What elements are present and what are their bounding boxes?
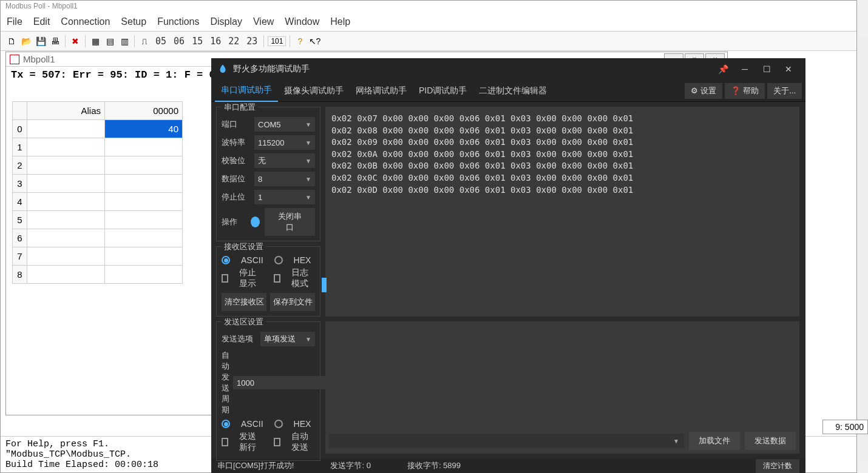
table-row[interactable]: 1 xyxy=(13,138,183,156)
receive-area[interactable]: 0x02 0x07 0x00 0x00 0x00 0x06 0x01 0x03 … xyxy=(325,107,799,317)
menu-help[interactable]: Help xyxy=(330,16,350,27)
alias-cell[interactable] xyxy=(27,120,105,138)
table-row[interactable]: 2 xyxy=(13,156,183,175)
help-icon[interactable]: ? xyxy=(294,35,306,47)
func-05[interactable]: 05 xyxy=(153,36,169,47)
menu-edit[interactable]: Edit xyxy=(33,16,50,27)
row-header[interactable]: 1 xyxy=(13,138,27,156)
func-06[interactable]: 06 xyxy=(171,36,187,47)
pin-icon[interactable]: 📌 xyxy=(712,60,734,78)
alias-cell[interactable] xyxy=(27,266,105,284)
list-icon[interactable]: ▥ xyxy=(118,35,131,47)
table-row[interactable]: 4 xyxy=(13,193,183,211)
alias-cell[interactable] xyxy=(27,156,105,175)
collapse-handle-icon[interactable] xyxy=(322,278,327,292)
value-cell[interactable] xyxy=(105,138,183,156)
tab-network[interactable]: 网络调试助手 xyxy=(350,81,413,101)
tab-camera[interactable]: 摄像头调试助手 xyxy=(278,81,350,101)
menu-display[interactable]: Display xyxy=(211,16,242,27)
value-cell[interactable] xyxy=(105,211,183,229)
send-input[interactable] xyxy=(325,321,799,428)
new-icon[interactable]: 🗋 xyxy=(5,35,18,47)
stopbits-select[interactable]: 1▼ xyxy=(254,190,315,204)
send-ascii-radio[interactable] xyxy=(222,420,230,428)
log-checkbox[interactable] xyxy=(274,274,280,283)
save-icon[interactable]: 💾 xyxy=(35,35,47,47)
clear-count-button[interactable]: 清空计数 xyxy=(756,459,799,473)
value-cell[interactable] xyxy=(105,156,183,175)
open-icon[interactable]: 📂 xyxy=(20,35,32,47)
value-cell[interactable] xyxy=(105,266,183,284)
menu-view[interactable]: View xyxy=(253,16,274,27)
menu-file[interactable]: File xyxy=(7,16,22,27)
value-cell[interactable] xyxy=(105,247,183,266)
menu-setup[interactable]: Setup xyxy=(121,16,146,27)
row-header[interactable]: 0 xyxy=(13,120,27,138)
alias-cell[interactable] xyxy=(27,211,105,229)
close-port-button[interactable]: 关闭串口 xyxy=(265,208,315,236)
maximize-icon[interactable]: ☐ xyxy=(756,60,778,78)
row-header[interactable]: 3 xyxy=(13,175,27,193)
value-cell[interactable] xyxy=(105,193,183,211)
alias-cell[interactable] xyxy=(27,175,105,193)
load-file-button[interactable]: 加载文件 xyxy=(689,432,740,450)
send-history-dropdown[interactable]: ▼ xyxy=(329,434,684,448)
menu-connection[interactable]: Connection xyxy=(61,16,110,27)
value-header[interactable]: 00000 xyxy=(105,102,183,120)
table-row[interactable]: 6 xyxy=(13,229,183,247)
recv-ascii-radio[interactable] xyxy=(222,256,230,264)
tab-binary[interactable]: 二进制文件编辑器 xyxy=(473,81,553,101)
baud-select[interactable]: 115200▼ xyxy=(254,135,315,150)
send-data-button[interactable]: 发送数据 xyxy=(745,432,796,450)
table-row[interactable]: 3 xyxy=(13,175,183,193)
print-icon[interactable]: 🖶 xyxy=(49,35,61,47)
table-row[interactable]: 8 xyxy=(13,266,183,284)
row-header[interactable]: 5 xyxy=(13,211,27,229)
send-hex-radio[interactable] xyxy=(274,420,283,428)
grid-icon[interactable]: ▦ xyxy=(89,35,101,47)
whatsthis-icon[interactable]: ↖? xyxy=(308,35,320,47)
disconnect-icon[interactable]: ✖ xyxy=(69,35,81,47)
tab-pid[interactable]: PID调试助手 xyxy=(413,81,473,101)
func-22[interactable]: 22 xyxy=(226,36,242,47)
func-16[interactable]: 16 xyxy=(208,36,223,47)
minimize-icon[interactable]: ─ xyxy=(734,60,756,78)
alias-cell[interactable] xyxy=(27,193,105,211)
help-button[interactable]: ❓帮助 xyxy=(725,83,765,99)
parity-select[interactable]: 无▼ xyxy=(254,153,315,168)
tab-serial[interactable]: 串口调试助手 xyxy=(215,80,278,102)
menu-functions[interactable]: Functions xyxy=(157,16,199,27)
port-select[interactable]: COM5▼ xyxy=(254,117,315,132)
alias-cell[interactable] xyxy=(27,138,105,156)
pulse-icon[interactable]: ⎍ xyxy=(138,35,151,47)
tb-101[interactable]: 101 xyxy=(268,36,286,46)
row-header[interactable]: 2 xyxy=(13,156,27,175)
databits-select[interactable]: 8▼ xyxy=(254,172,315,186)
table-row[interactable]: 040 xyxy=(13,120,183,138)
settings-button[interactable]: ⚙设置 xyxy=(685,83,722,99)
value-cell[interactable] xyxy=(105,175,183,193)
row-header[interactable]: 4 xyxy=(13,193,27,211)
newline-checkbox[interactable] xyxy=(222,438,228,446)
menu-window[interactable]: Window xyxy=(285,16,319,27)
alias-header[interactable]: Alias xyxy=(27,102,105,120)
func-15[interactable]: 15 xyxy=(189,36,205,47)
connection-toggle[interactable] xyxy=(251,216,260,227)
value-cell[interactable]: 40 xyxy=(105,120,183,138)
autosend-checkbox[interactable] xyxy=(274,438,280,446)
table-row[interactable]: 7 xyxy=(13,247,183,266)
send-mode-select[interactable]: 单项发送▼ xyxy=(260,332,315,346)
about-button[interactable]: 关于... xyxy=(767,83,802,99)
excel-icon[interactable]: ▤ xyxy=(104,35,116,47)
save-file-button[interactable]: 保存到文件 xyxy=(270,293,315,311)
func-23[interactable]: 23 xyxy=(244,36,260,47)
close-icon[interactable]: ✕ xyxy=(778,60,799,78)
table-row[interactable]: 5 xyxy=(13,211,183,229)
alias-cell[interactable] xyxy=(27,229,105,247)
recv-hex-radio[interactable] xyxy=(274,256,283,264)
row-header[interactable]: 6 xyxy=(13,229,27,247)
value-cell[interactable] xyxy=(105,229,183,247)
clear-recv-button[interactable]: 清空接收区 xyxy=(222,293,266,311)
alias-cell[interactable] xyxy=(27,247,105,266)
row-header[interactable]: 7 xyxy=(13,247,27,266)
